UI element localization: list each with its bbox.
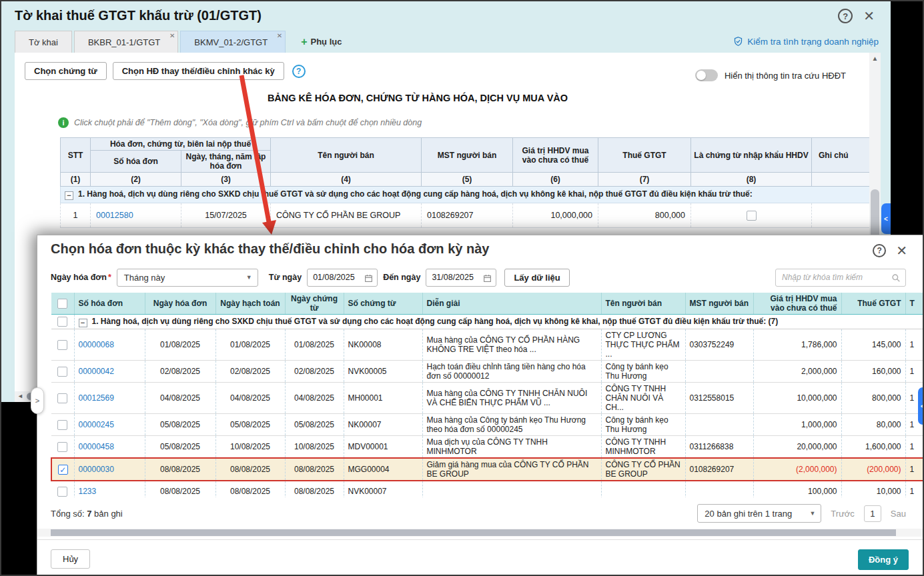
fetch-data-button[interactable]: Lấy dữ liệu: [504, 269, 569, 287]
modal-side-handle[interactable]: [31, 387, 44, 414]
help-icon[interactable]: [873, 244, 886, 257]
col-header-value: Giá trị HHDV mua vào chưa có thuế: [753, 293, 841, 315]
plus-icon: +: [301, 36, 307, 48]
description-cell: Mua hàng của CÔNG TY CỔ PHẦN HÀNG KHÔNG …: [422, 329, 601, 361]
close-icon[interactable]: [896, 243, 907, 258]
tab-close-icon[interactable]: [277, 32, 282, 39]
row-checkbox[interactable]: [58, 465, 68, 475]
invoice-number-link[interactable]: 1233: [79, 487, 97, 496]
invoice-date-cell: 05/08/2025: [145, 436, 215, 459]
seller-tax-id-cell: 0303752249: [685, 329, 753, 361]
tab-bkmv-01-2[interactable]: BKMV_01-2/GTGT: [180, 31, 286, 53]
col-number: (2): [91, 173, 181, 187]
group-row[interactable]: 1. Hàng hoá, dịch vụ dùng riêng cho SXKD…: [61, 187, 881, 203]
tab-add-appendix[interactable]: + Phụ lục: [288, 31, 355, 53]
help-icon[interactable]: [292, 65, 306, 78]
invoice-number-link[interactable]: 00000030: [79, 465, 114, 474]
invoice-number-link[interactable]: 00000245: [79, 420, 114, 429]
page-size-select[interactable]: 20 bản ghi trên 1 trang: [697, 504, 821, 523]
import-doc-checkbox[interactable]: [747, 211, 757, 221]
prev-page-button[interactable]: Trước: [831, 509, 855, 519]
group-row[interactable]: 1. Hàng hoá, dịch vụ dùng riêng cho SXKD…: [74, 315, 924, 329]
document-date-cell: 08/08/2025: [285, 481, 344, 497]
scrollbar-thumb[interactable]: [51, 529, 896, 536]
search-icon[interactable]: [891, 273, 901, 285]
invoice-row[interactable]: 123308/08/202508/08/202508/08/2025NVK000…: [51, 481, 924, 497]
tab-label: Tờ khai: [29, 37, 58, 47]
invoice-row[interactable]: 0000003008/08/202508/08/202508/08/2025MG…: [51, 458, 924, 481]
col-header-document-number: Số chứng từ: [344, 293, 422, 315]
description-cell: Mua hàng của CÔNG TY TNHH CHĂN NUÔI VÀ C…: [422, 383, 601, 414]
invoice-number-link[interactable]: 00012569: [79, 393, 114, 403]
description-cell: [422, 481, 601, 497]
invoice-number-link[interactable]: 00000068: [79, 340, 114, 349]
check-business-status-link[interactable]: Kiểm tra tình trạng doanh nghiệp: [733, 36, 879, 47]
period-select[interactable]: Tháng này: [117, 269, 258, 287]
table-row[interactable]: 1 00012580 15/07/2025 CÔNG TY CỔ PHẦN BE…: [61, 203, 881, 228]
seller-tax-id-cell: [685, 361, 753, 383]
tab-to-khai[interactable]: Tờ khai: [15, 31, 72, 53]
search-input[interactable]: [776, 269, 884, 286]
seller-tax-id-cell: 0312558015: [685, 383, 753, 414]
tab-bkbr-01-1[interactable]: BKBR_01-1/GTGT: [74, 31, 178, 53]
show-einvoice-info-toggle[interactable]: [695, 69, 718, 81]
invoice-date-filter-label: Ngày hóa đơn*: [51, 273, 111, 282]
value-cell: (2,000,000): [753, 458, 841, 481]
collapse-icon[interactable]: [65, 191, 73, 200]
next-page-button[interactable]: Sau: [891, 509, 906, 519]
col-header-stt: STT: [61, 138, 91, 173]
confirm-button[interactable]: Đồng ý: [858, 549, 909, 570]
row-checkbox[interactable]: [57, 340, 67, 350]
scroll-left-icon[interactable]: [17, 393, 23, 399]
current-page-box[interactable]: 1: [864, 505, 881, 522]
col-number: (5): [422, 173, 513, 187]
toggle-knob: [697, 71, 706, 80]
shield-check-icon: [733, 36, 743, 47]
row-checkbox[interactable]: [57, 393, 67, 403]
screenshot-root: { "app": { "title": "Tờ khai thuế GTGT k…: [0, 0, 924, 576]
close-icon[interactable]: [863, 9, 875, 23]
tab-label: Phụ lục: [310, 37, 342, 47]
row-checkbox[interactable]: [57, 487, 67, 497]
calendar-icon[interactable]: [483, 273, 492, 285]
seller-name-cell: CÔNG TY TNHH MINHMOTOR: [601, 436, 685, 459]
col-header-invoice-number: Số hóa đơn: [74, 293, 145, 315]
group-checkbox-cell: [51, 315, 74, 329]
row-checkbox[interactable]: [57, 420, 67, 430]
horizontal-scrollbar[interactable]: [37, 529, 924, 537]
select-replacement-invoice-button[interactable]: Chọn HĐ thay thế/điều chỉnh khác kỳ: [113, 62, 284, 80]
to-date-label: Đến ngày: [383, 273, 420, 282]
scroll-up-icon[interactable]: [869, 55, 881, 62]
invoice-row[interactable]: 0000045805/08/202510/08/202510/08/2025MD…: [51, 436, 924, 459]
seller-name-cell: CTY CP LƯƠNG THỰC THỰC PHẨM ...: [601, 329, 685, 361]
row-checkbox[interactable]: [57, 442, 67, 452]
invoice-date-cell: 05/08/2025: [145, 414, 215, 436]
invoice-number-link[interactable]: 00000042: [79, 367, 114, 376]
invoice-number-link[interactable]: 00012580: [96, 211, 133, 220]
invoice-row[interactable]: 0001256904/08/202504/08/202504/08/2025MH…: [51, 383, 924, 414]
collapse-panel-handle[interactable]: [881, 203, 891, 234]
seller-name-cell: CÔNG TY TNHH CHĂN NUÔI VÀ CH...: [601, 383, 685, 414]
from-date-input[interactable]: [308, 273, 358, 282]
col-header-seller-tax-id: MST người bán: [685, 293, 753, 315]
calendar-icon[interactable]: [364, 273, 373, 285]
col-header-invoice-date: Ngày hóa đơn: [145, 293, 215, 315]
select-all-checkbox[interactable]: [57, 299, 67, 309]
collapse-icon[interactable]: [79, 319, 87, 327]
group-checkbox[interactable]: [57, 317, 67, 327]
select-voucher-button[interactable]: Chọn chứng từ: [25, 62, 107, 80]
tab-label: BKMV_01-2/GTGT: [194, 37, 268, 47]
select-invoice-modal: Chọn hóa đơn thuộc kỳ khác thay thế/điều…: [37, 235, 924, 576]
invoice-row[interactable]: 0000024505/08/202505/08/202505/08/2025NK…: [51, 414, 924, 436]
invoice-number-link[interactable]: 00000458: [79, 442, 114, 451]
row-checkbox[interactable]: [57, 367, 67, 377]
invoice-row[interactable]: 0000006801/08/202501/08/202501/08/2025NK…: [51, 329, 924, 361]
help-icon[interactable]: [838, 9, 853, 23]
invoice-number-cell: 00000030: [74, 458, 145, 481]
collapse-panel-handle[interactable]: [918, 387, 924, 425]
tab-close-icon[interactable]: [169, 32, 175, 39]
invoice-row[interactable]: 0000004202/08/202502/08/202502/08/2025NV…: [51, 361, 924, 383]
from-date-field: [307, 269, 378, 287]
cancel-button[interactable]: Hủy: [51, 549, 90, 569]
to-date-input[interactable]: [426, 273, 477, 282]
